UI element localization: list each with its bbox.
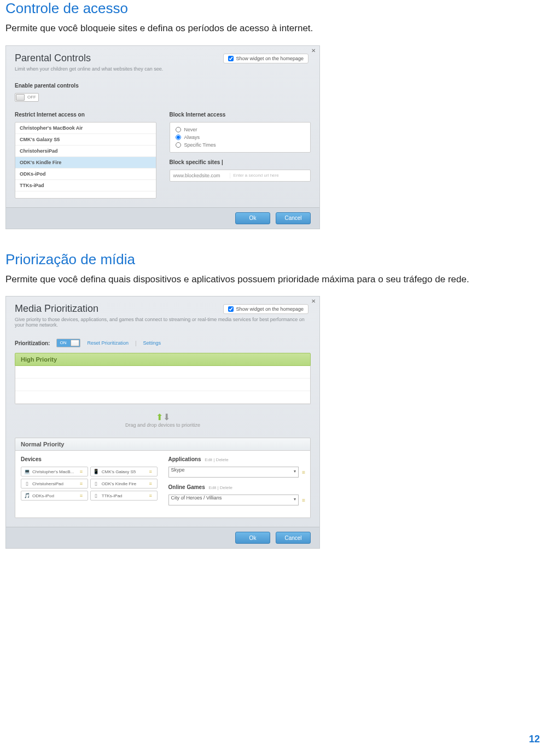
list-item[interactable]: ChristohersiPad xyxy=(15,146,156,157)
grip-icon[interactable]: ≡ xyxy=(302,469,305,475)
apps-actions[interactable]: Edit | Delete xyxy=(205,457,228,462)
cancel-button[interactable]: Cancel xyxy=(276,212,311,224)
section-title-media: Priorização de mídia xyxy=(5,251,548,268)
widget-checkbox-label: Show widget on the homepage xyxy=(236,306,304,312)
parental-controls-panel: ✕ Parental Controls Limit when your chil… xyxy=(5,45,320,229)
block-site-input[interactable]: www.blockedsite.com Enter a second url h… xyxy=(170,170,311,182)
reset-prioritization-link[interactable]: Reset Prioritization xyxy=(87,340,129,346)
toggle-knob-icon xyxy=(71,340,79,346)
checkbox-icon[interactable] xyxy=(228,56,234,61)
applications-label: Applications Edit | Delete xyxy=(168,456,305,462)
device-chip[interactable]: 🎵ODKs-iPod≡ xyxy=(21,491,88,501)
grip-icon[interactable]: ≡ xyxy=(80,469,85,474)
section-desc-access: Permite que você bloqueie sites e defina… xyxy=(5,21,548,36)
game-select[interactable]: City of Heroes / Villians xyxy=(168,495,299,505)
tablet-icon: ▯ xyxy=(24,481,30,486)
tablet-icon: ▯ xyxy=(93,493,100,498)
priority-slot[interactable] xyxy=(15,366,310,379)
priority-slot[interactable] xyxy=(15,391,310,404)
high-priority-header: High Priority xyxy=(15,353,311,366)
ok-button[interactable]: Ok xyxy=(235,212,270,224)
arrow-up-icon: ⬆ xyxy=(156,412,163,422)
prioritization-label: Prioritization: xyxy=(15,340,50,346)
device-chip[interactable]: ▯ODK's Kindle Fire≡ xyxy=(90,479,158,489)
block-access-label: Block Internet access xyxy=(170,112,311,118)
grip-icon[interactable]: ≡ xyxy=(149,469,155,474)
grip-icon[interactable]: ≡ xyxy=(149,493,155,498)
list-item[interactable]: TTKs-iPad xyxy=(15,180,156,191)
tablet-icon: ▯ xyxy=(93,481,100,486)
block-access-radios: Never Always Specific Times xyxy=(170,122,311,153)
media-prioritization-panel: ✕ Media Prioritization Give priority to … xyxy=(5,296,320,549)
ok-button[interactable]: Ok xyxy=(235,532,270,544)
ipod-icon: 🎵 xyxy=(24,493,30,498)
site-url-value: www.blockedsite.com xyxy=(170,173,230,178)
high-priority-dropzone[interactable] xyxy=(15,366,311,404)
priority-slot[interactable] xyxy=(15,379,310,391)
settings-link[interactable]: Settings xyxy=(143,340,161,346)
radio-always[interactable]: Always xyxy=(176,133,305,141)
show-widget-checkbox[interactable]: Show widget on the homepage xyxy=(223,54,308,63)
grip-icon[interactable]: ≡ xyxy=(302,497,305,503)
list-item[interactable]: CMK's Galaxy S5 xyxy=(15,134,156,146)
restrict-access-label: Restrict Internet access on xyxy=(15,112,156,118)
parental-toggle[interactable]: OFF xyxy=(15,93,39,102)
checkbox-icon[interactable] xyxy=(228,306,234,312)
toggle-on-label: ON xyxy=(60,340,66,345)
widget-checkbox-label: Show widget on the homepage xyxy=(236,56,304,61)
section-title-access: Controle de acesso xyxy=(5,0,548,17)
list-item[interactable]: ODK's Kindle Fire xyxy=(15,157,156,168)
enable-parental-label: Enable parental controls xyxy=(15,83,311,89)
device-list[interactable]: Christopher's MacBook Air CMK's Galaxy S… xyxy=(15,122,156,199)
panel-subtitle: Limit when your children get online and … xyxy=(15,66,311,72)
laptop-icon: 💻 xyxy=(24,469,30,474)
drag-hint: ⬆⬇ Drag and drop devices to prioritize xyxy=(15,412,311,428)
prioritization-toggle[interactable]: ON xyxy=(56,339,80,347)
separator: | xyxy=(135,340,137,346)
block-sites-label: Block specific sites | xyxy=(170,159,311,165)
list-item[interactable]: Christopher's MacBook Air xyxy=(15,123,156,134)
radio-never[interactable]: Never xyxy=(176,126,305,133)
site-url-hint: Enter a second url here xyxy=(230,173,311,178)
radio-specific[interactable]: Specific Times xyxy=(176,141,305,149)
toggle-off-label: OFF xyxy=(27,95,36,100)
device-chip[interactable]: 💻Christopher's MacB...≡ xyxy=(21,467,88,476)
devices-label: Devices xyxy=(21,456,158,462)
toggle-knob-icon xyxy=(16,94,25,101)
application-select[interactable]: Skype xyxy=(168,467,299,478)
cancel-button[interactable]: Cancel xyxy=(276,532,311,544)
section-desc-media: Permite que você defina quais dispositiv… xyxy=(5,272,548,287)
device-chip[interactable]: ▯TTKs-iPad≡ xyxy=(90,491,158,501)
panel-subtitle: Give priority to those devices, applicat… xyxy=(15,317,311,328)
device-chip[interactable]: 📱CMK's Galaxy S5≡ xyxy=(90,467,158,476)
grip-icon[interactable]: ≡ xyxy=(80,481,85,486)
show-widget-checkbox[interactable]: Show widget on the homepage xyxy=(223,304,308,314)
normal-priority-header: Normal Priority xyxy=(15,438,311,451)
arrow-down-icon: ⬇ xyxy=(163,412,170,422)
grip-icon[interactable]: ≡ xyxy=(149,481,155,486)
games-actions[interactable]: Edit | Delete xyxy=(209,485,232,490)
page-number: 12 xyxy=(529,734,540,745)
device-chip[interactable]: ▯ChristohersiPad≡ xyxy=(21,479,88,489)
online-games-label: Online Games Edit | Delete xyxy=(168,484,305,490)
phone-icon: 📱 xyxy=(93,469,100,474)
grip-icon[interactable]: ≡ xyxy=(80,493,85,498)
drag-hint-text: Drag and drop devices to prioritize xyxy=(15,422,311,428)
list-item[interactable]: ODKs-iPod xyxy=(15,168,156,180)
